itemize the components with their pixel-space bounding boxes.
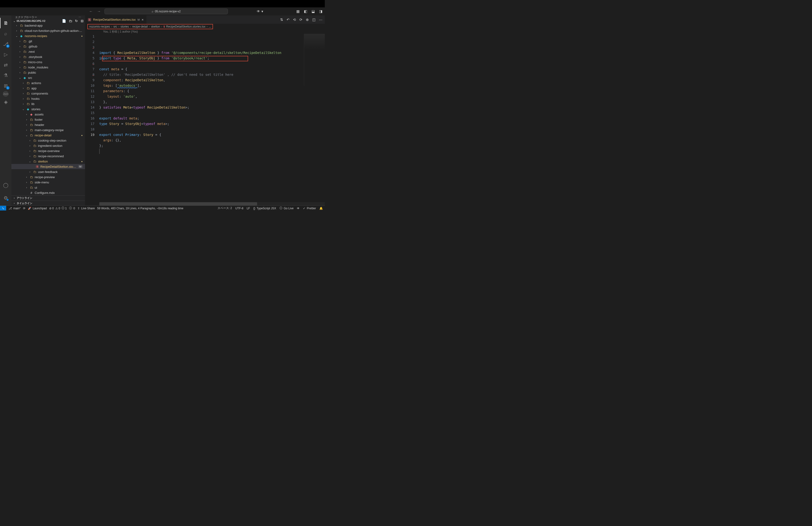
tree-folder[interactable]: ⌄◆src — [11, 75, 85, 80]
tree-folder[interactable]: ⌄🗀recipe-detail● — [11, 132, 85, 138]
activity-account-icon[interactable]: ◯ — [0, 180, 11, 190]
tree-folder[interactable]: ⌄◆nozomis-recipes● — [11, 33, 85, 39]
layout-side-left-icon[interactable]: ◧ — [304, 9, 307, 14]
breadcrumb-segment[interactable]: nozomis-recipes — [89, 25, 110, 28]
activity-scm-icon[interactable]: ⎇8 — [0, 39, 11, 49]
scrollbar-thumb[interactable] — [99, 202, 257, 205]
activity-json-icon[interactable]: Json — [3, 91, 9, 97]
outline-section[interactable]: ›アウトライン — [11, 195, 85, 200]
code-lens[interactable]: You, 1 秒前 | 1 author (You) — [85, 29, 325, 34]
tree-folder[interactable]: ›🗀.git — [11, 39, 85, 44]
horizontal-scrollbar[interactable] — [99, 202, 325, 205]
activity-debug-icon[interactable]: ▷ — [0, 49, 11, 60]
command-center[interactable]: ⌕ 05.nozomi-recipe-v2 — [104, 9, 228, 14]
nav-back-icon[interactable]: ← — [89, 9, 93, 14]
timeline-section[interactable]: ›タイムライン — [11, 200, 85, 205]
nav-next-icon[interactable]: ⟳ — [300, 18, 303, 22]
activity-settings-icon[interactable]: ⚙ — [0, 193, 11, 203]
activity-extra-icon[interactable]: ◈ — [0, 97, 11, 107]
code-area[interactable]: 123▸456▸78▸910111213141516171819 import … — [85, 34, 325, 154]
status-bell[interactable]: 🔔 — [319, 207, 323, 210]
git-compare-icon[interactable]: ⇅ — [280, 18, 283, 22]
status-language[interactable]: {}TypeScript JSX — [253, 207, 276, 210]
tree-folder[interactable]: ›🗀public — [11, 70, 85, 75]
tab-active[interactable]: S RecipeDetailSkelton.stories.tsx M × — [85, 15, 147, 24]
status-ports[interactable]: ⓘ0 — [69, 206, 75, 210]
refresh-icon[interactable]: ↻ — [75, 19, 78, 23]
tree-file[interactable]: #Configure.mdx — [11, 190, 85, 195]
tree-folder[interactable]: ⌄◆stories — [11, 106, 85, 112]
tree-folder[interactable]: ›🗀lib — [11, 101, 85, 106]
tree-folder[interactable]: ›🗀footer — [11, 117, 85, 122]
minimap[interactable] — [304, 34, 325, 86]
nav-prev-icon[interactable]: ⟲ — [293, 18, 296, 22]
explorer-section-header[interactable]: ⌄ 05.NOZOMI-RECIPE-V2 📄 🗀 ↻ ⊟ — [11, 19, 85, 23]
tree-folder[interactable]: ›🗀app — [11, 86, 85, 91]
tree-item-label: .next — [28, 50, 35, 54]
compass-icon[interactable]: ⊕ — [306, 18, 309, 22]
new-file-icon[interactable]: 📄 — [62, 19, 66, 23]
tree-folder[interactable]: ›🗀header — [11, 122, 85, 127]
breadcrumb-segment[interactable]: RecipeDetailSkelton.stories.tsx — [166, 25, 205, 28]
collapse-icon[interactable]: ⊟ — [81, 19, 84, 23]
tree-folder[interactable]: ›🗀recipe-overview — [11, 148, 85, 154]
copilot-icon[interactable]: 👁 ▾ — [257, 9, 263, 14]
tree-folder[interactable]: ›🗀user-feedback — [11, 169, 85, 174]
tree-folder[interactable]: ›🗀hooks — [11, 96, 85, 101]
tree-folder[interactable]: ›🗀cloud-run-function-python-github-actio… — [11, 28, 85, 33]
tree-folder[interactable]: ›🗀recipe-recommned — [11, 154, 85, 159]
status-problems[interactable]: ⊘0 ⚠0 ⓘ1 — [49, 206, 67, 210]
breadcrumb-segment[interactable]: ... — [209, 25, 211, 28]
git-revert-icon[interactable]: ↶ — [287, 18, 290, 22]
tree-folder[interactable]: ›🗀side-menu — [11, 180, 85, 185]
breadcrumb[interactable]: nozomis-recipes›src›stories›recipe-detai… — [87, 24, 213, 29]
status-stats[interactable]: 59 Words, 483 Chars, 19 Lines, 4 Paragra… — [97, 207, 183, 210]
activity-test-icon[interactable]: ⚗ — [0, 70, 11, 81]
status-sync[interactable]: ⟳ — [23, 207, 25, 210]
tree-folder[interactable]: ⌄🗀skelton● — [11, 159, 85, 164]
status-golive[interactable]: ⓘGo Live — [279, 206, 293, 210]
remote-indicator[interactable]: ⤡ — [0, 206, 6, 211]
status-branch[interactable]: ⎇main* — [9, 207, 21, 210]
layout-side-right-icon[interactable]: ◨ — [319, 9, 322, 14]
code[interactable]: import { RecipeDetailSkelton } from '@/c… — [99, 34, 325, 154]
status-eol[interactable]: LF — [247, 207, 250, 210]
tree-folder[interactable]: ›🗀main-category-recipe — [11, 127, 85, 132]
tree-folder[interactable]: ›🗀.next — [11, 49, 85, 54]
sidebar-more-icon[interactable]: ⋯ — [78, 16, 82, 19]
new-folder-icon[interactable]: 🗀 — [69, 19, 72, 23]
tree-folder[interactable]: ›🗀.storybook — [11, 54, 85, 59]
editor-more-icon[interactable]: ⋯ — [319, 18, 322, 22]
tree-folder[interactable]: ›🗀cooking-step-section — [11, 138, 85, 143]
breadcrumb-segment[interactable]: skelton — [151, 25, 160, 28]
layout-panel-icon[interactable]: ▦ — [296, 9, 300, 14]
nav-forward-icon[interactable]: → — [97, 9, 101, 14]
status-copilot[interactable]: 👁 — [297, 207, 300, 210]
tree-folder[interactable]: ›🗀recipe-preview — [11, 174, 85, 180]
tree-folder[interactable]: ›🗀components — [11, 91, 85, 96]
activity-search-icon[interactable]: ⌕ — [0, 28, 11, 39]
status-launchpad[interactable]: 🚀Launchpad — [28, 207, 47, 210]
breadcrumb-segment[interactable]: stories — [120, 25, 129, 28]
tree-folder[interactable]: ›🗀.github — [11, 44, 85, 49]
split-icon[interactable]: ◫ — [312, 18, 316, 22]
status-live-share[interactable]: ⇪Live Share — [77, 207, 95, 210]
activity-explorer-icon[interactable]: 🗎 — [0, 18, 11, 28]
tree-folder[interactable]: ›◆assets — [11, 112, 85, 117]
status-spaces[interactable]: スペース: 2 — [217, 206, 232, 210]
tree-folder[interactable]: ›🗀micro-cms — [11, 59, 85, 65]
activity-extensions-icon[interactable]: ⊞1 — [0, 81, 11, 91]
activity-remote-icon[interactable]: ⇄ — [0, 60, 11, 70]
tree-folder[interactable]: ›🗀actions — [11, 80, 85, 86]
tree-folder[interactable]: ›🗀ingredient-section — [11, 143, 85, 148]
tree-folder[interactable]: ›🗀ui — [11, 185, 85, 190]
tree-folder[interactable]: ›🗀node_modules — [11, 65, 85, 70]
breadcrumb-segment[interactable]: recipe-detail — [132, 25, 148, 28]
layout-bottom-icon[interactable]: ⬓ — [311, 9, 315, 14]
tab-close-icon[interactable]: × — [142, 18, 143, 22]
status-prettier[interactable]: ✓Prettier — [303, 207, 316, 210]
breadcrumb-segment[interactable]: src — [113, 25, 117, 28]
status-encoding[interactable]: UTF-8 — [235, 207, 243, 210]
tree-folder[interactable]: ›🗀backend-app — [11, 23, 85, 28]
tree-file[interactable]: SRecipeDetailSkelton.stories.tsxM — [11, 164, 85, 169]
